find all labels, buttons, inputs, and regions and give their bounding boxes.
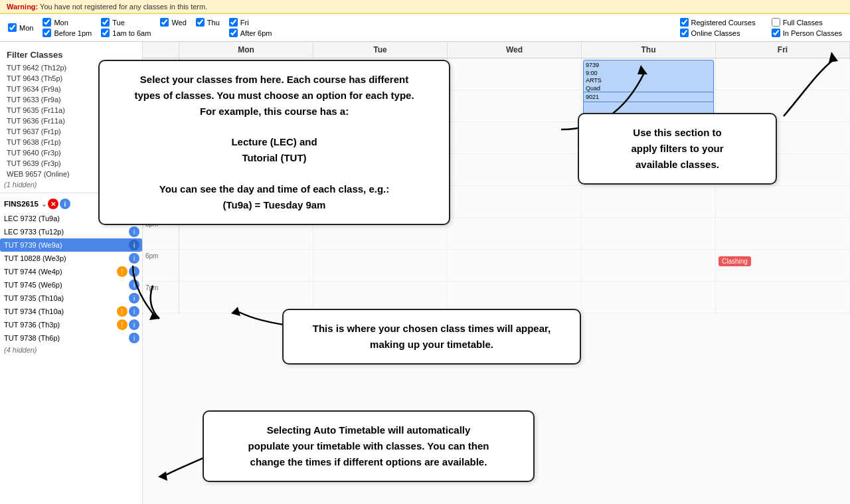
filter-day-mon2[interactable]: Mon: [42, 18, 92, 27]
info-icon[interactable]: i: [129, 226, 139, 237]
time-label: 1pm: [143, 90, 179, 122]
cal-cell: [448, 90, 582, 122]
filter-day-thu[interactable]: Thu: [196, 18, 220, 27]
time-label: Before 1pm: [143, 58, 179, 90]
list-item[interactable]: TUT 10828 (We3p) i: [0, 252, 142, 265]
list-item[interactable]: TUT 9738 (Th6p) i: [0, 331, 142, 345]
list-item[interactable]: WEB 9657 (Online): [4, 169, 138, 179]
info-icon[interactable]: i: [129, 293, 139, 303]
info-icon[interactable]: i: [129, 253, 139, 264]
time-label: 6pm: [143, 250, 179, 282]
info-icon[interactable]: i: [129, 319, 139, 330]
info-icon[interactable]: i: [129, 280, 139, 290]
filter-1am-6am[interactable]: 1am to 6am: [101, 29, 151, 37]
time-label: 3pm: [143, 154, 179, 186]
filter-day-tue[interactable]: Tue: [101, 18, 151, 27]
cal-cell: [448, 218, 582, 250]
filter-day-mon[interactable]: Mon: [8, 18, 33, 37]
list-item[interactable]: TUT 9735 (Th10a) i: [0, 292, 142, 305]
cal-event-fins: FINS2615 - LEC Griff M11: [583, 124, 714, 163]
list-item-selected[interactable]: TUT 9739 (We9a) i: [0, 238, 142, 252]
cal-cell: [448, 58, 582, 90]
list-item[interactable]: LEC 9733 (Tu12p) i: [0, 225, 142, 238]
warning-label: Warning:: [7, 3, 38, 11]
list-item[interactable]: TUT 9635 (Fr11a): [4, 105, 138, 116]
fins-label: FINS2615: [4, 200, 39, 208]
fins-class-list: LEC 9732 (Tu9a) ! i LEC 9733 (Tu12p) i T…: [0, 212, 142, 345]
fins-remove-icon[interactable]: ✕: [48, 199, 58, 209]
calendar-area: Mon Tue Wed Thu Fri Before 1pm 9739 9:00…: [143, 42, 850, 504]
cal-cell: [716, 218, 850, 250]
list-item[interactable]: TUT 9643 (Th5p): [4, 73, 138, 84]
filter-day-wed[interactable]: Wed: [160, 18, 186, 27]
filter-full[interactable]: Full Classes: [772, 18, 842, 27]
time-label: 4pm: [143, 186, 179, 218]
calendar-body: Before 1pm 9739 9:00 ARTS Quad 1pm 9021: [143, 58, 850, 313]
cal-cell-fri-6pm: Clashing: [716, 250, 850, 282]
cal-cell: [716, 186, 850, 218]
filter-before-1pm[interactable]: Before 1pm: [42, 29, 92, 37]
cal-cell: [582, 250, 716, 282]
list-item[interactable]: TUT 9637 (Fr1p): [4, 126, 138, 137]
list-item[interactable]: TUT 9745 (We6p) i: [0, 278, 142, 292]
list-item[interactable]: TUT 9634 (Fr9a): [4, 84, 138, 94]
warn-icon[interactable]: !: [117, 306, 128, 317]
main-container: Filter Classes TUT 9642 (Th12p) TUT 9643…: [0, 42, 850, 504]
calendar-header: Mon Tue Wed Thu Fri: [143, 42, 850, 58]
warn-icon[interactable]: !: [117, 266, 128, 277]
cal-cell: [448, 282, 582, 313]
filter-in-person[interactable]: In Person Classes: [772, 29, 842, 37]
filter-online[interactable]: Online Classes: [680, 29, 756, 37]
list-item[interactable]: TUT 9640 (Fr3p): [4, 147, 138, 158]
cal-cell: [716, 58, 850, 90]
info-icon[interactable]: i: [129, 240, 139, 250]
filter-right: Registered Courses Online Classes Full C…: [680, 18, 842, 37]
list-item[interactable]: TUT 9638 (Fr1p): [4, 137, 138, 147]
filter-after-6pm[interactable]: After 6pm: [229, 29, 272, 37]
list-item[interactable]: TUT 9636 (Fr11a): [4, 116, 138, 126]
hidden-count-top: (1 hidden): [0, 179, 142, 190]
thu-header: Thu: [582, 42, 716, 58]
list-item[interactable]: TUT 9744 (We4p) ! i: [0, 265, 142, 278]
list-item[interactable]: TUT 9633 (Fr9a): [4, 94, 138, 105]
list-item[interactable]: LEC 9732 (Tu9a) ! i: [0, 212, 142, 225]
time-col-header: [143, 42, 179, 58]
warn-icon[interactable]: !: [117, 319, 128, 330]
cal-cell: [716, 122, 850, 154]
warning-bar: Warning: You have not registered for any…: [0, 0, 850, 14]
cal-cell: [716, 90, 850, 122]
cal-cell-thu-2pm: FINS2615 - LEC Griff M11: [582, 122, 716, 154]
cal-cell: [179, 218, 313, 250]
hidden-count-fins: (4 hidden): [0, 345, 142, 355]
filter-registered[interactable]: Registered Courses: [680, 18, 756, 27]
course-list-top: TUT 9642 (Th12p) TUT 9643 (Th5p) TUT 963…: [0, 62, 142, 179]
sidebar-divider: [0, 193, 142, 193]
cal-cell: [179, 122, 313, 154]
tue-header: Tue: [313, 42, 448, 58]
fins-info-icon[interactable]: i: [60, 199, 70, 209]
cal-cell: [313, 154, 448, 186]
list-item[interactable]: TUT 9734 (Th10a) ! i: [0, 305, 142, 318]
fins-section-header[interactable]: FINS2615 ⌄ ✕ i: [0, 196, 142, 212]
list-item[interactable]: TUT 9736 (Th3p) ! i: [0, 318, 142, 331]
filter-day-fri[interactable]: Fri: [229, 18, 272, 27]
cal-cell: [179, 90, 313, 122]
cal-cell: [179, 250, 313, 282]
info-icon[interactable]: i: [129, 306, 139, 317]
fri-header: Fri: [716, 42, 850, 58]
warn-icon[interactable]: !: [117, 213, 128, 224]
list-item[interactable]: TUT 9639 (Fr3p): [4, 158, 138, 169]
cal-cell: [582, 282, 716, 313]
cal-cell: [313, 218, 448, 250]
info-icon[interactable]: i: [129, 266, 139, 277]
filter-classes-header: Filter Classes: [0, 46, 142, 62]
fins-expand-icon: ⌄: [41, 201, 46, 208]
cal-cell: [313, 282, 448, 313]
clashing-badge: Clashing: [719, 256, 751, 266]
cal-cell: [313, 58, 448, 90]
cal-cell: [716, 154, 850, 186]
list-item[interactable]: TUT 9642 (Th12p): [4, 62, 138, 73]
info-icon[interactable]: i: [129, 213, 139, 224]
info-icon[interactable]: i: [129, 333, 139, 343]
cal-cell: [448, 186, 582, 218]
